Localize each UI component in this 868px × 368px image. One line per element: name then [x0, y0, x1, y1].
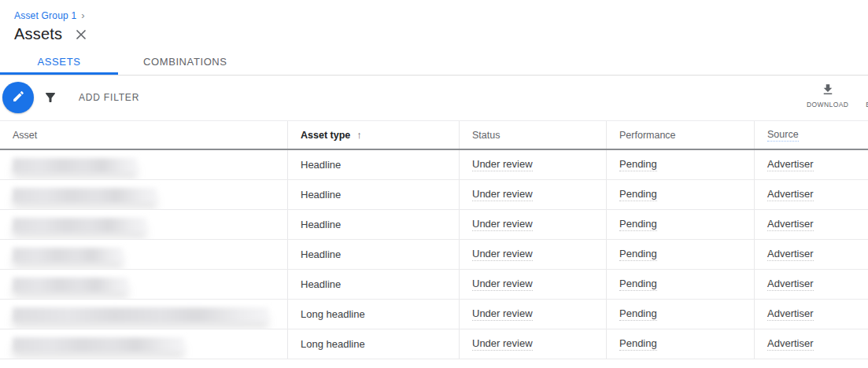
table-header-row: Asset Asset type ↑ Status Performance So…: [0, 120, 868, 150]
column-header-performance[interactable]: Performance: [606, 121, 754, 149]
funnel-icon: [43, 90, 57, 107]
source-cell: Advertiser: [754, 270, 868, 299]
asset-type-cell: Long headline: [287, 300, 459, 329]
redacted-asset-text: [13, 278, 128, 292]
tab-assets[interactable]: ASSETS: [0, 50, 118, 75]
edit-button[interactable]: [2, 82, 34, 113]
page-title: Assets: [14, 25, 62, 43]
status-cell: Under review: [459, 270, 606, 299]
panel-header: Asset Group 1 › Assets: [0, 0, 868, 43]
chevron-right-icon: ›: [81, 9, 85, 21]
source-cell: Advertiser: [754, 180, 868, 209]
column-header-asset[interactable]: Asset: [0, 121, 287, 149]
source-cell: Advertiser: [754, 329, 868, 359]
breadcrumb[interactable]: Asset Group 1 ›: [14, 9, 868, 21]
performance-cell: Pending: [606, 270, 754, 299]
redacted-asset-text: [13, 188, 157, 202]
column-header-source[interactable]: Source: [754, 121, 868, 149]
tab-combinations[interactable]: COMBINATIONS: [118, 50, 253, 75]
table-row[interactable]: Long headline Under review Pending Adver…: [0, 329, 868, 359]
redacted-asset-text: [13, 337, 184, 351]
table-toolbar: ADD FILTER DOWNLOAD EXPAND: [0, 75, 868, 120]
close-icon: [75, 28, 87, 41]
performance-cell: Pending: [606, 180, 754, 209]
performance-cell: Pending: [606, 300, 754, 329]
tab-bar: ASSETS COMBINATIONS: [0, 50, 868, 75]
table-row[interactable]: Headline Under review Pending Advertiser: [0, 150, 868, 180]
asset-cell: [0, 329, 287, 359]
status-cell: Under review: [459, 150, 606, 179]
redacted-asset-text: [13, 218, 146, 232]
performance-cell: Pending: [606, 329, 754, 359]
performance-cell: Pending: [606, 240, 754, 269]
asset-type-cell: Headline: [287, 270, 459, 299]
download-icon: [821, 83, 835, 99]
assets-table: Asset Asset type ↑ Status Performance So…: [0, 120, 868, 359]
asset-type-cell: Headline: [287, 210, 459, 239]
table-row[interactable]: Headline Under review Pending Advertiser: [0, 240, 868, 270]
add-filter-button[interactable]: ADD FILTER: [79, 92, 139, 103]
table-row[interactable]: Headline Under review Pending Advertiser: [0, 270, 868, 300]
close-panel-button[interactable]: [74, 28, 88, 42]
breadcrumb-link[interactable]: Asset Group 1: [14, 10, 76, 21]
asset-type-cell: Headline: [287, 150, 459, 179]
source-cell: Advertiser: [754, 240, 868, 269]
asset-cell: [0, 180, 287, 209]
asset-type-cell: Long headline: [287, 329, 459, 359]
source-cell: Advertiser: [754, 150, 868, 179]
assets-panel: Asset Group 1 › Assets ASSETS COMBINATIO…: [0, 0, 868, 368]
asset-cell: [0, 270, 287, 299]
table-row[interactable]: Headline Under review Pending Advertiser: [0, 210, 868, 240]
redacted-asset-text: [13, 158, 137, 172]
source-cell: Advertiser: [754, 210, 868, 239]
download-label: DOWNLOAD: [807, 101, 848, 109]
redacted-asset-text: [13, 248, 123, 262]
filter-button[interactable]: [41, 89, 60, 108]
asset-cell: [0, 240, 287, 269]
status-cell: Under review: [459, 300, 606, 329]
toolbar-right-group: DOWNLOAD EXPAND: [807, 83, 868, 109]
sort-ascending-icon: ↑: [356, 129, 362, 141]
redacted-asset-text: [13, 307, 268, 322]
status-cell: Under review: [459, 180, 606, 209]
status-cell: Under review: [459, 329, 606, 359]
performance-cell: Pending: [606, 150, 754, 179]
source-cell: Advertiser: [754, 300, 868, 329]
table-row[interactable]: Long headline Under review Pending Adver…: [0, 300, 868, 329]
asset-cell: [0, 210, 287, 239]
performance-cell: Pending: [606, 210, 754, 239]
pencil-icon: [12, 90, 25, 105]
asset-cell: [0, 300, 287, 329]
asset-cell: [0, 150, 287, 179]
status-cell: Under review: [459, 210, 606, 239]
table-row[interactable]: Headline Under review Pending Advertiser: [0, 180, 868, 210]
asset-type-cell: Headline: [287, 240, 459, 269]
asset-type-cell: Headline: [287, 180, 459, 209]
status-cell: Under review: [459, 240, 606, 269]
column-header-status[interactable]: Status: [459, 121, 606, 149]
table-body: Headline Under review Pending Advertiser…: [0, 150, 868, 359]
download-button[interactable]: DOWNLOAD: [807, 83, 848, 109]
column-header-asset-type[interactable]: Asset type ↑: [287, 121, 459, 149]
